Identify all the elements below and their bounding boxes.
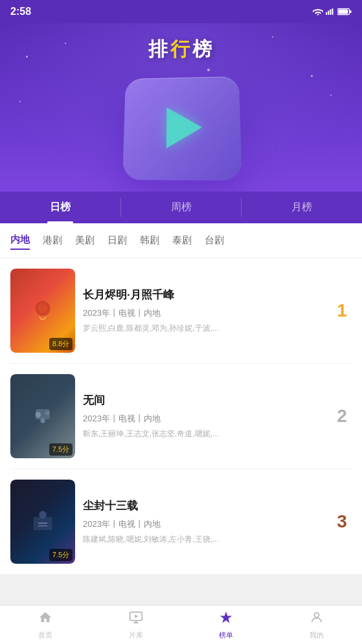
tabs-bar: 日榜 周榜 月榜 xyxy=(0,192,362,223)
bottom-nav: 首页 片库 榜单 我的 xyxy=(0,605,362,644)
thumb-score-3: 7.5分 xyxy=(49,549,73,561)
wifi-icon xyxy=(313,8,323,16)
svg-rect-5 xyxy=(350,10,352,13)
svg-point-14 xyxy=(39,511,47,518)
nav-home-label: 首页 xyxy=(38,630,52,640)
home-icon xyxy=(38,610,52,628)
svg-rect-1 xyxy=(328,11,329,15)
item-cast-3: 陈建斌,陈晓,嗯妮,刘敏涛,左小青,王骁,... xyxy=(83,534,238,545)
thumb-score-2: 7.5分 xyxy=(49,443,73,456)
thumbnail-2: 7.5分 xyxy=(10,374,75,458)
rank-number-2: 2 xyxy=(332,406,352,427)
rank-number-1: 1 xyxy=(332,300,352,321)
ranking-icon xyxy=(219,610,233,628)
item-info-2: 无间 2023年丨电视丨内地 靳东,王丽坤,王志文,张志坚,奇道,嗯妮,... xyxy=(75,393,332,439)
mine-icon xyxy=(310,610,324,628)
item-cast-2: 靳东,王丽坤,王志文,张志坚,奇道,嗯妮,... xyxy=(83,428,238,439)
list-item[interactable]: 8.8分 长月烬明·月照千峰 2023年丨电视丨内地 罗云熙,白鹿,陈都灵,邓为… xyxy=(10,258,352,364)
item-meta-1: 2023年丨电视丨内地 xyxy=(83,307,324,319)
svg-rect-6 xyxy=(338,10,348,14)
svg-point-11 xyxy=(35,412,41,418)
nav-library[interactable]: 片库 xyxy=(91,606,181,644)
nav-home[interactable]: 首页 xyxy=(0,606,91,644)
tab-monthly[interactable]: 月榜 xyxy=(242,192,362,223)
genre-bar: 内地 港剧 美剧 日剧 韩剧 泰剧 台剧 xyxy=(0,223,362,258)
library-icon xyxy=(129,610,143,628)
status-bar: 2:58 xyxy=(0,0,362,23)
svg-marker-18 xyxy=(135,614,139,618)
nav-library-label: 片库 xyxy=(129,630,143,640)
svg-rect-0 xyxy=(326,12,327,15)
status-time: 2:58 xyxy=(10,6,31,17)
item-cast-1: 罗云熙,白鹿,陈都灵,邓为,孙珍妮,于波,... xyxy=(83,323,238,334)
battery-icon xyxy=(337,8,352,16)
nav-ranking-label: 榜单 xyxy=(219,630,233,640)
svg-point-12 xyxy=(45,410,50,415)
play-box xyxy=(122,76,242,181)
genre-th[interactable]: 泰剧 xyxy=(172,232,192,249)
item-info-1: 长月烬明·月照千峰 2023年丨电视丨内地 罗云熙,白鹿,陈都灵,邓为,孙珍妮,… xyxy=(75,287,332,334)
rank-number-3: 3 xyxy=(332,511,352,532)
status-icons xyxy=(313,8,352,16)
svg-point-19 xyxy=(314,612,319,617)
play-icon-container xyxy=(117,69,246,186)
nav-mine[interactable]: 我的 xyxy=(271,606,362,644)
genre-kr[interactable]: 韩剧 xyxy=(140,232,159,249)
nav-mine-label: 我的 xyxy=(310,630,324,640)
list-item[interactable]: 7.5分 尘封十三载 2023年丨电视丨内地 陈建斌,陈晓,嗯妮,刘敏涛,左小青… xyxy=(10,469,352,574)
list-item[interactable]: 7.5分 无间 2023年丨电视丨内地 靳东,王丽坤,王志文,张志坚,奇道,嗯妮… xyxy=(10,364,352,469)
hero-banner: 排行榜 xyxy=(0,23,362,192)
thumbnail-1: 8.8分 xyxy=(10,269,75,353)
genre-us[interactable]: 美剧 xyxy=(75,232,95,249)
thumbnail-3: 7.5分 xyxy=(10,480,75,564)
item-meta-3: 2023年丨电视丨内地 xyxy=(83,518,324,530)
tab-weekly[interactable]: 周榜 xyxy=(121,192,242,223)
item-meta-2: 2023年丨电视丨内地 xyxy=(83,413,324,425)
svg-rect-3 xyxy=(332,8,333,15)
svg-point-8 xyxy=(38,304,47,313)
play-triangle-icon xyxy=(166,107,202,148)
genre-hk[interactable]: 港剧 xyxy=(43,232,62,249)
tab-daily[interactable]: 日榜 xyxy=(0,192,120,223)
genre-mainland[interactable]: 内地 xyxy=(10,231,30,250)
content-list: 8.8分 长月烬明·月照千峰 2023年丨电视丨内地 罗云熙,白鹿,陈都灵,邓为… xyxy=(0,258,362,574)
banner-title: 排行榜 xyxy=(148,36,214,63)
item-info-3: 尘封十三载 2023年丨电视丨内地 陈建斌,陈晓,嗯妮,刘敏涛,左小青,王骁,.… xyxy=(75,498,332,545)
signal-icon xyxy=(326,8,335,16)
item-title-2: 无间 xyxy=(83,393,324,408)
svg-rect-13 xyxy=(34,517,52,530)
item-title-1: 长月烬明·月照千峰 xyxy=(83,287,324,302)
genre-tw[interactable]: 台剧 xyxy=(205,232,224,249)
genre-jp[interactable]: 日剧 xyxy=(107,232,127,249)
svg-point-10 xyxy=(40,419,45,423)
banner-title-text: 排行榜 xyxy=(148,38,214,60)
item-title-3: 尘封十三载 xyxy=(83,498,324,513)
thumb-score-1: 8.8分 xyxy=(49,338,73,350)
nav-ranking[interactable]: 榜单 xyxy=(181,606,272,644)
svg-rect-2 xyxy=(330,10,331,15)
